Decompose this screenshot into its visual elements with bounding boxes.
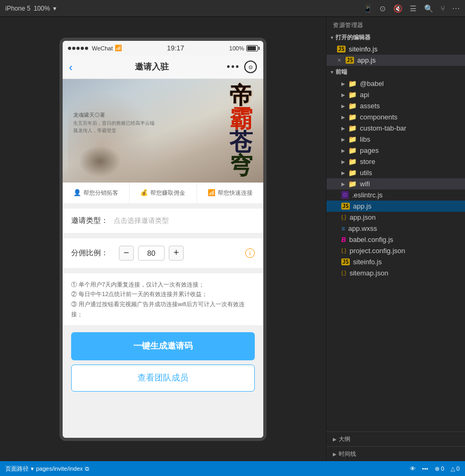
folder-name-ctb: custom-tab-bar (360, 124, 406, 132)
file-name-siteinfo-tree: siteinfo.js (353, 258, 382, 266)
book-title-area: 帝 霸 苍 穹 (229, 84, 253, 178)
file-app-json[interactable]: {.} app.json (326, 212, 465, 223)
json-icon-app: {.} (341, 214, 346, 220)
open-editors-label: 打开的编辑器 (335, 33, 371, 41)
book-author-line3: 孤龙传人，帝霸登堂 (73, 127, 154, 134)
file-app-wxss[interactable]: ≡ app.wxss (326, 223, 465, 234)
file-siteinfo-tree[interactable]: JS siteinfo.js (326, 256, 465, 267)
list-icon[interactable]: ☰ (410, 4, 417, 13)
folder-store[interactable]: ▶ 📁 store (326, 156, 465, 167)
folder-custom-tab-bar[interactable]: ▶ 📁 custom-tab-bar (326, 123, 465, 134)
js-icon-siteinfo-tree: JS (341, 258, 350, 265)
file-babel-config[interactable]: B babel.config.js (326, 234, 465, 245)
device-selector[interactable]: iPhone 5 100% ▾ (5, 5, 56, 12)
right-panel: 资源管理器 ▾ 打开的编辑器 JS siteinfo.js ✕ JS app.j… (326, 17, 465, 461)
timeline-label: 时间线 (339, 450, 356, 458)
invite-type-select[interactable]: 点击选择邀请类型 (114, 216, 255, 226)
action-btn-earn[interactable]: 💰 帮您赚取佣金 (130, 183, 196, 203)
phone-icon[interactable]: 📱 (363, 4, 372, 13)
ratio-minus-button[interactable]: − (119, 246, 134, 261)
search-icon[interactable]: 🔍 (424, 4, 433, 13)
record-icon[interactable]: ⊙ (380, 4, 386, 13)
babel-icon-config: B (341, 236, 346, 244)
signal-dot-5 (85, 47, 88, 50)
nav-circle-icon: ⊙ (248, 64, 253, 70)
copy-path-icon[interactable]: ⧉ (85, 465, 89, 472)
folder-utils[interactable]: ▶ 📁 utils (326, 167, 465, 178)
folder-expand-arrow-components: ▶ (341, 115, 345, 120)
open-editors-header[interactable]: ▾ 打开的编辑器 (326, 31, 465, 44)
frontend-header[interactable]: ▾ 前端 (326, 66, 465, 78)
bottom-bar: 页面路径 ▾ pages/invite/index ⧉ 👁 ••• ⊗ 0 △ … (0, 461, 465, 476)
folder-libs[interactable]: ▶ 📁 libs (326, 134, 465, 145)
sidebar-title: 资源管理器 (326, 17, 465, 31)
menu-icon[interactable]: ⋯ (452, 4, 460, 13)
folder-name-api: api (360, 91, 369, 99)
view-team-button[interactable]: 查看团队成员 (71, 365, 255, 392)
open-file-siteinfo[interactable]: JS siteinfo.js (326, 44, 465, 55)
folder-expand-arrow: ▶ (341, 81, 345, 86)
open-file-app-name: app.js (357, 56, 376, 64)
folder-icon-pages: 📁 (348, 146, 357, 154)
nav-back-button[interactable]: ‹ (69, 61, 73, 73)
folder-icon-api: 📁 (348, 91, 357, 99)
file-tree: ▾ 打开的编辑器 JS siteinfo.js ✕ JS app.js ▾ 前端… (326, 31, 465, 431)
folder-babel[interactable]: ▶ 📁 @babel (326, 78, 465, 89)
eye-icon[interactable]: 👁 (410, 465, 416, 472)
file-name-app-wxss: app.wxss (348, 224, 377, 232)
book-title-char-1: 帝 (229, 84, 253, 108)
nav-more-button[interactable]: ••• (227, 62, 240, 73)
file-name-eslintrc: .eslintrc.js (352, 191, 383, 199)
folder-name-babel: @babel (360, 80, 384, 88)
js-icon-file-app: JS (341, 203, 350, 210)
mute-icon[interactable]: 🔇 (393, 4, 402, 13)
book-title-char-2: 霸 (229, 108, 253, 131)
action-btn-distribute[interactable]: 👤 帮您分销拓客 (63, 183, 130, 203)
action-label-1: 帮您分销拓客 (83, 189, 118, 197)
zoom-label: 100% (33, 5, 50, 12)
outline-panel-header[interactable]: ▶ 大纲 (326, 432, 465, 446)
js-icon-siteinfo: JS (337, 46, 346, 53)
file-eslintrc[interactable]: ⚙ .eslintrc.js (326, 189, 465, 201)
file-project-config[interactable]: {.} project.config.json (326, 245, 465, 256)
generate-invite-code-button[interactable]: 一键生成邀请码 (71, 332, 255, 360)
ratio-info-button[interactable]: i (245, 248, 255, 258)
note-text-1: ① 单个用户7天内重复连接，仅计入一次有效连接； (71, 280, 204, 290)
folder-name-components: components (360, 113, 398, 121)
timeline-panel-header[interactable]: ▶ 时间线 (326, 447, 465, 461)
bottom-bar-path[interactable]: 页面路径 ▾ pages/invite/index ⧉ (5, 465, 89, 473)
open-file-app[interactable]: ✕ JS app.js (326, 55, 465, 66)
file-sitemap[interactable]: {.} sitemap.json (326, 267, 465, 279)
folder-expand-arrow-ctb: ▶ (341, 126, 345, 131)
folder-components[interactable]: ▶ 📁 components (326, 111, 465, 123)
nav-title: 邀请入驻 (77, 62, 227, 73)
folder-icon-utils: 📁 (348, 169, 357, 177)
invite-type-row: 邀请类型： 点击选择邀请类型 (71, 216, 255, 226)
folder-api[interactable]: ▶ 📁 api (326, 89, 465, 100)
top-bar-icons: 📱 ⊙ 🔇 ☰ 🔍 ⑂ ⋯ (363, 4, 460, 13)
action-label-3: 帮您快速连接 (218, 189, 253, 197)
folder-name-utils: utils (360, 169, 372, 177)
close-tab-icon[interactable]: ✕ (337, 57, 341, 63)
folder-assets[interactable]: ▶ 📁 assets (326, 100, 465, 111)
folder-name-pages: pages (360, 146, 378, 154)
invite-section[interactable]: 邀请类型： 点击选择邀请类型 (63, 208, 263, 233)
signal-dot-3 (76, 47, 80, 50)
note-item-3: ③ 用户通过按钮看完视频广告并成功连接wifi后方可计入一次有效连接； (71, 299, 255, 319)
folder-icon-assets: 📁 (348, 102, 357, 110)
git-icon[interactable]: ⑂ (441, 4, 445, 13)
ratio-plus-button[interactable]: + (169, 246, 184, 261)
file-name-babel-config: babel.config.js (349, 236, 393, 244)
file-app-js[interactable]: JS app.js (326, 201, 465, 212)
nav-circle-button[interactable]: ⊙ (244, 60, 257, 73)
folder-pages[interactable]: ▶ 📁 pages (326, 145, 465, 156)
file-name-app-js: app.js (353, 202, 372, 210)
battery-percent: 100% (229, 45, 244, 51)
action-btn-connect[interactable]: 📶 帮您快速连接 (197, 183, 263, 203)
phone-frame: WeChat 📶 19:17 100% ‹ 邀请入驻 ••• (59, 38, 266, 441)
folder-icon-wifi: 📁 (348, 180, 357, 188)
more-dots-icon[interactable]: ••• (422, 465, 428, 472)
action-label-2: 帮您赚取佣金 (150, 189, 185, 197)
folder-wifi[interactable]: ▶ 📁 wifi (326, 178, 465, 189)
error-count: ⊗ 0 (435, 465, 444, 472)
